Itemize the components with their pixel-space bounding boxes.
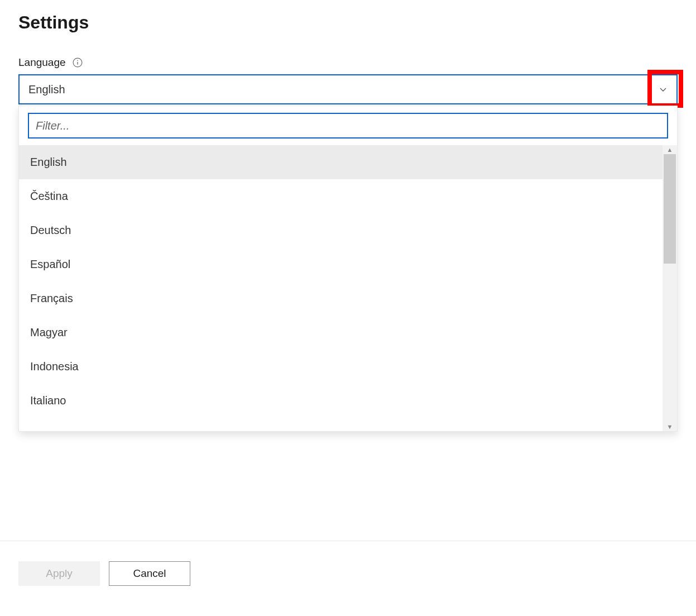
language-option[interactable]: Español <box>19 247 663 281</box>
language-option[interactable]: Indonesia <box>19 350 663 384</box>
language-select[interactable]: English <box>18 74 678 104</box>
language-option[interactable]: Čeština <box>19 179 663 213</box>
options-scroll: English Čeština Deutsch Español Français… <box>19 145 677 431</box>
filter-wrap <box>19 106 677 145</box>
scroll-down-icon[interactable]: ▼ <box>663 422 677 431</box>
chevron-down-icon <box>659 85 668 94</box>
language-label: Language <box>18 56 66 69</box>
scroll-up-icon[interactable]: ▲ <box>663 145 677 154</box>
language-option[interactable]: Magyar <box>19 316 663 350</box>
info-icon[interactable] <box>73 58 83 68</box>
svg-point-2 <box>77 60 78 61</box>
filter-input[interactable] <box>28 113 668 139</box>
language-select-value: English <box>28 83 65 96</box>
language-label-row: Language <box>0 33 696 69</box>
language-option[interactable]: Deutsch <box>19 213 663 247</box>
language-dropdown: English Čeština Deutsch Español Français… <box>18 106 678 432</box>
language-option[interactable]: English <box>19 145 663 179</box>
footer-buttons: Apply Cancel <box>18 561 190 586</box>
language-option[interactable]: Italiano <box>19 384 663 418</box>
scroll-thumb[interactable] <box>664 154 676 264</box>
scrollbar[interactable]: ▲ ▼ <box>663 145 677 431</box>
page-title: Settings <box>0 0 696 33</box>
footer-divider <box>0 541 696 541</box>
options-list: English Čeština Deutsch Español Français… <box>19 145 663 431</box>
cancel-button[interactable]: Cancel <box>109 561 190 586</box>
language-select-wrapper: English English Čeština Deutsch Español … <box>18 74 678 104</box>
language-option[interactable]: Français <box>19 281 663 316</box>
apply-button[interactable]: Apply <box>18 561 100 586</box>
